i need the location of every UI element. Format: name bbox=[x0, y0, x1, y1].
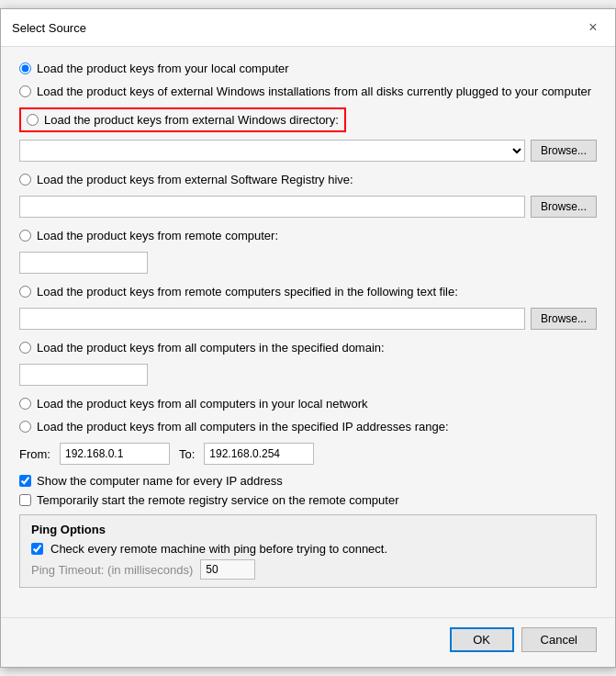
opt5-input[interactable] bbox=[19, 252, 148, 274]
ping-check-label: Check every remote machine with ping bef… bbox=[50, 542, 387, 556]
browse-button-3[interactable]: Browse... bbox=[531, 140, 597, 162]
temp-registry-row: Temporarily start the remote registry se… bbox=[19, 493, 597, 507]
option-row-3-wrapper: Load the product keys from external Wind… bbox=[19, 107, 597, 136]
option-row-7: Load the product keys from all computers… bbox=[19, 341, 597, 355]
option-label-6[interactable]: Load the product keys from remote comput… bbox=[19, 285, 458, 299]
ping-timeout-row: Ping Timeout: (in milliseconds) bbox=[31, 559, 585, 580]
option-text-6: Load the product keys from remote comput… bbox=[37, 285, 458, 299]
opt6-input[interactable] bbox=[19, 308, 525, 330]
show-name-checkbox[interactable] bbox=[19, 475, 31, 487]
option-label-9[interactable]: Load the product keys from all computers… bbox=[19, 420, 449, 434]
opt7-input-row bbox=[19, 364, 597, 386]
from-ip-input[interactable] bbox=[60, 443, 170, 465]
option-row-9: Load the product keys from all computers… bbox=[19, 420, 597, 434]
option-row-1: Load the product keys from your local co… bbox=[19, 62, 597, 75]
option-row-8: Load the product keys from all computers… bbox=[19, 397, 597, 411]
option-text-3: Load the product keys from external Wind… bbox=[44, 113, 339, 127]
dialog-footer: OK Cancel bbox=[1, 617, 615, 667]
radio-5[interactable] bbox=[19, 230, 31, 242]
radio-4[interactable] bbox=[19, 174, 31, 186]
option-row-6: Load the product keys from remote comput… bbox=[19, 285, 597, 299]
browse-button-4[interactable]: Browse... bbox=[531, 196, 597, 218]
radio-3[interactable] bbox=[27, 114, 39, 126]
ping-check-checkbox[interactable] bbox=[31, 543, 43, 555]
show-name-label: Show the computer name for every IP addr… bbox=[37, 474, 283, 488]
to-label: To: bbox=[179, 447, 195, 461]
option-text-1: Load the product keys from your local co… bbox=[37, 62, 289, 75]
radio-6[interactable] bbox=[19, 286, 31, 298]
show-name-row: Show the computer name for every IP addr… bbox=[19, 474, 597, 488]
opt7-input[interactable] bbox=[19, 364, 148, 386]
option-text-5: Load the product keys from remote comput… bbox=[37, 229, 278, 242]
option-label-5[interactable]: Load the product keys from remote comput… bbox=[19, 229, 278, 242]
select-source-dialog: Select Source × Load the product keys fr… bbox=[0, 8, 616, 668]
option-text-4: Load the product keys from external Soft… bbox=[37, 173, 353, 186]
ping-timeout-label: Ping Timeout: (in milliseconds) bbox=[31, 563, 193, 577]
option-text-9: Load the product keys from all computers… bbox=[37, 420, 449, 434]
opt4-input[interactable] bbox=[19, 196, 525, 218]
from-label: From: bbox=[19, 447, 50, 461]
close-button[interactable]: × bbox=[582, 17, 604, 39]
radio-7[interactable] bbox=[19, 342, 31, 354]
option-label-2[interactable]: Load the product keys of external Window… bbox=[19, 84, 591, 98]
dialog-content: Load the product keys from your local co… bbox=[1, 47, 615, 617]
ok-button[interactable]: OK bbox=[450, 627, 514, 652]
opt4-input-row: Browse... bbox=[19, 196, 597, 218]
radio-8[interactable] bbox=[19, 398, 31, 410]
option-label-4[interactable]: Load the product keys from external Soft… bbox=[19, 173, 353, 186]
opt6-input-row: Browse... bbox=[19, 308, 597, 330]
radio-2[interactable] bbox=[19, 85, 31, 97]
ip-range-row: From: To: bbox=[19, 443, 597, 465]
option-row-2: Load the product keys of external Window… bbox=[19, 84, 597, 98]
ping-check-row: Check every remote machine with ping bef… bbox=[31, 542, 585, 556]
option-text-7: Load the product keys from all computers… bbox=[37, 341, 385, 355]
temp-registry-checkbox[interactable] bbox=[19, 494, 31, 506]
opt3-combo[interactable] bbox=[19, 140, 525, 162]
title-bar: Select Source × bbox=[1, 9, 615, 47]
browse-button-6[interactable]: Browse... bbox=[531, 308, 597, 330]
ping-title: Ping Options bbox=[31, 523, 585, 536]
opt3-combo-wrapper bbox=[19, 140, 525, 162]
opt3-input-row: Browse... bbox=[19, 140, 597, 162]
dialog-title: Select Source bbox=[12, 21, 86, 35]
option-row-5: Load the product keys from remote comput… bbox=[19, 229, 597, 242]
option-label-7[interactable]: Load the product keys from all computers… bbox=[19, 341, 385, 355]
radio-1[interactable] bbox=[19, 62, 31, 74]
opt5-input-row bbox=[19, 252, 597, 274]
cancel-button[interactable]: Cancel bbox=[521, 627, 597, 652]
to-ip-input[interactable] bbox=[204, 443, 314, 465]
option-label-8[interactable]: Load the product keys from all computers… bbox=[19, 397, 368, 411]
option-row-3-highlighted: Load the product keys from external Wind… bbox=[19, 107, 346, 132]
radio-9[interactable] bbox=[19, 421, 31, 433]
temp-registry-label: Temporarily start the remote registry se… bbox=[37, 493, 398, 507]
ping-timeout-input[interactable] bbox=[200, 559, 255, 580]
option-text-8: Load the product keys from all computers… bbox=[37, 397, 368, 411]
ping-options-box: Ping Options Check every remote machine … bbox=[19, 514, 597, 588]
option-row-4: Load the product keys from external Soft… bbox=[19, 173, 597, 186]
option-text-2: Load the product keys of external Window… bbox=[37, 84, 591, 98]
option-label-1[interactable]: Load the product keys from your local co… bbox=[19, 62, 289, 75]
